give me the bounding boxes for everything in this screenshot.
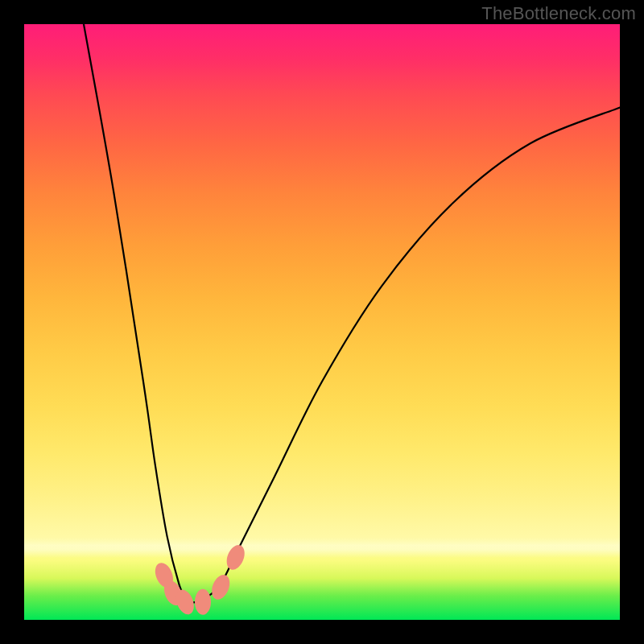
marker-4 [195, 589, 211, 615]
marker-6 [223, 543, 248, 572]
highlight-band [24, 537, 620, 558]
marker-3 [173, 587, 198, 617]
chart-frame: TheBottleneck.com [0, 0, 644, 644]
marker-2 [161, 578, 186, 608]
curve-markers [152, 543, 248, 617]
watermark-label: TheBottleneck.com [481, 3, 636, 24]
chart-svg [24, 24, 620, 620]
bottleneck-curve-path [84, 24, 620, 602]
marker-1 [152, 560, 177, 590]
chart-plot-area [24, 24, 620, 620]
marker-5 [208, 572, 233, 602]
